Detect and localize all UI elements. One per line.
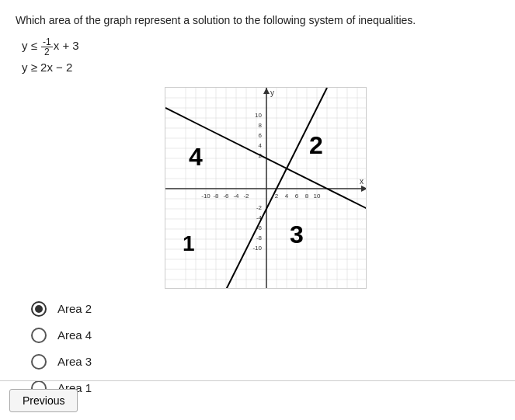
svg-text:2: 2 [274,193,278,200]
option-label-area4: Area 4 [57,328,92,342]
svg-text:-6: -6 [223,193,229,200]
question-text: Which area of the graph represent a solu… [16,12,499,29]
svg-text:10: 10 [255,112,262,119]
svg-text:4: 4 [189,143,203,171]
svg-text:-8: -8 [256,234,262,241]
svg-text:-4: -4 [233,193,239,200]
svg-text:3: 3 [290,220,304,248]
svg-text:6: 6 [294,193,298,200]
svg-marker-40 [361,186,367,192]
question-container: Which area of the graph represent a solu… [16,12,499,78]
svg-text:4: 4 [258,142,262,149]
option-label-area2: Area 2 [57,302,92,315]
radio-area2[interactable] [31,301,47,317]
svg-text:-10: -10 [252,245,262,252]
svg-text:8: 8 [304,193,308,200]
svg-text:8: 8 [258,122,262,129]
option-label-area3: Area 3 [57,355,92,368]
svg-text:2: 2 [309,131,323,159]
equation-1: y ≤ -12x + 3 [22,35,499,57]
fraction-1: -12 [41,37,53,57]
svg-text:x: x [360,177,364,186]
radio-area3[interactable] [31,354,47,370]
bottom-bar: Previous [0,380,515,420]
svg-text:-8: -8 [213,193,219,200]
option-area4[interactable]: Area 4 [31,328,499,343]
equation-2: y ≥ 2x − 2 [22,57,499,78]
svg-marker-41 [263,88,270,94]
graph-wrap: -6 -4 -2 2 4 6 8 10 -10 -8 10 8 6 4 2 -4… [165,87,367,289]
svg-text:-2: -2 [256,204,262,211]
svg-text:-10: -10 [201,193,211,200]
radio-area4[interactable] [31,328,47,343]
svg-text:4: 4 [284,193,288,200]
svg-text:-2: -2 [243,193,249,200]
svg-text:10: 10 [313,193,320,200]
svg-text:1: 1 [183,231,195,255]
svg-text:y: y [270,89,274,97]
graph-container: -6 -4 -2 2 4 6 8 10 -10 -8 10 8 6 4 2 -4… [31,87,499,289]
option-area2[interactable]: Area 2 [31,301,499,317]
svg-text:6: 6 [258,132,262,139]
graph-svg: -6 -4 -2 2 4 6 8 10 -10 -8 10 8 6 4 2 -4… [165,87,367,289]
radio-inner-area2 [35,305,43,313]
option-area3[interactable]: Area 3 [31,354,499,370]
previous-button[interactable]: Previous [9,389,78,412]
